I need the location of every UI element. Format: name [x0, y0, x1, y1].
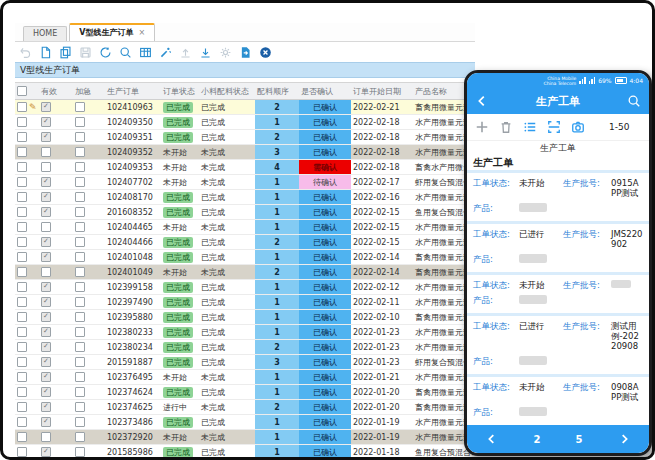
valid-checkbox[interactable]: [39, 175, 73, 189]
table-row[interactable]: 102373486已完成已完成1已确认2022-01-19水产用微量元素预混合饲…: [15, 415, 475, 430]
row-select-checkbox[interactable]: [15, 190, 39, 204]
tab-home[interactable]: HOME: [23, 26, 67, 41]
valid-checkbox[interactable]: [39, 280, 73, 294]
page-next-icon[interactable]: [617, 432, 631, 446]
work-order-item[interactable]: 工单状态:已进行生产批号:JMS220902产品:: [467, 221, 649, 272]
table-row[interactable]: 102409353未开始未完成4需确认2022-02-18畜禽水产用微量元素预混…: [15, 160, 475, 175]
row-select-checkbox[interactable]: ✎: [15, 100, 39, 114]
valid-checkbox[interactable]: [39, 430, 73, 444]
page-number[interactable]: 2: [534, 434, 541, 445]
row-select-checkbox[interactable]: [15, 145, 39, 159]
work-order-item[interactable]: 工单状态:未开始生产批号:0908APP测试产品:: [467, 374, 649, 425]
table-row[interactable]: 102401048已完成已完成1已确认2022-02-14畜禽用微量元素预混合饲…: [15, 250, 475, 265]
column-header[interactable]: 生产订单: [105, 83, 161, 99]
column-header[interactable]: 有效: [39, 83, 73, 99]
row-select-checkbox[interactable]: [15, 340, 39, 354]
column-header[interactable]: 小料配料状态: [199, 83, 255, 99]
urgent-checkbox[interactable]: [73, 415, 105, 429]
work-order-item[interactable]: 工单状态:未开始生产批号:产品:: [467, 272, 649, 313]
camera-icon[interactable]: [571, 120, 585, 134]
copy-icon[interactable]: [59, 46, 72, 59]
work-order-item[interactable]: 工单状态:已进行生产批号:测试用例-20220908产品:: [467, 313, 649, 374]
row-select-checkbox[interactable]: [15, 355, 39, 369]
refresh-icon[interactable]: [99, 46, 112, 59]
urgent-checkbox[interactable]: [73, 445, 105, 459]
urgent-checkbox[interactable]: [73, 100, 105, 114]
table-row[interactable]: 102380233已完成已完成1已确认2022-01-23水产用微量元素预混合饲…: [15, 325, 475, 340]
row-select-checkbox[interactable]: [15, 175, 39, 189]
valid-checkbox[interactable]: [39, 370, 73, 384]
table-row[interactable]: 102397490已完成已完成1已确认2022-02-11水产用微量元素预混合饲…: [15, 295, 475, 310]
trash-icon[interactable]: [499, 120, 513, 134]
row-select-checkbox[interactable]: [15, 235, 39, 249]
download-icon[interactable]: [199, 46, 212, 59]
table-row[interactable]: 102409352未开始未完成3已确认2022-02-18水产用微量元素预混合饲…: [15, 145, 475, 160]
row-select-checkbox[interactable]: [15, 325, 39, 339]
column-header[interactable]: 配料顺序: [255, 83, 299, 99]
column-header[interactable]: 是否确认: [299, 83, 351, 99]
row-select-checkbox[interactable]: [15, 310, 39, 324]
edit-icon[interactable]: ✎: [29, 103, 37, 112]
row-select-checkbox[interactable]: [15, 115, 39, 129]
valid-checkbox[interactable]: [39, 355, 73, 369]
column-header[interactable]: 订单状态: [161, 83, 199, 99]
table-row[interactable]: 102401049未开始未完成2已确认2022-02-14畜禽用微量元素预混合饲…: [15, 265, 475, 280]
valid-checkbox[interactable]: [39, 385, 73, 399]
urgent-checkbox[interactable]: [73, 160, 105, 174]
filter-wand-icon[interactable]: [159, 46, 172, 59]
new-document-icon[interactable]: [39, 46, 52, 59]
table-row[interactable]: ✎102410963已完成已完成2已确认2022-02-21畜禽用微量元素预混合…: [15, 100, 475, 115]
urgent-checkbox[interactable]: [73, 145, 105, 159]
table-row[interactable]: 102404465未开始未完成1已确认2022-02-15水产用微量元素预混合饲…: [15, 220, 475, 235]
table-row[interactable]: 102407702未开始未完成1待确认2022-02-17虾用复合预混合饲料6号…: [15, 175, 475, 190]
table-row[interactable]: 102374625进行中未完成2已确认2022-01-20畜禽用微量元素预混合饲…: [15, 400, 475, 415]
row-select-checkbox[interactable]: [15, 295, 39, 309]
row-select-checkbox[interactable]: [15, 205, 39, 219]
row-select-checkbox[interactable]: [15, 220, 39, 234]
list-icon[interactable]: [523, 120, 537, 134]
urgent-checkbox[interactable]: [73, 385, 105, 399]
urgent-checkbox[interactable]: [73, 295, 105, 309]
search-icon[interactable]: [119, 46, 132, 59]
valid-checkbox[interactable]: [39, 325, 73, 339]
table-row[interactable]: 102408170已完成已完成1已确认2022-02-16水产用微量元素预混合饲…: [15, 190, 475, 205]
table-row[interactable]: 102399158已完成已完成1已确认2022-02-12水产用微量元素预混合饲…: [15, 280, 475, 295]
valid-checkbox[interactable]: [39, 160, 73, 174]
table-row[interactable]: 102395880已完成已完成1已确认2022-02-10畜禽用微量元素预混合饲…: [15, 310, 475, 325]
row-select-checkbox[interactable]: [15, 370, 39, 384]
table-row[interactable]: 102376495未开始未完成1已确认2022-01-21水产用微量元素预混合饲…: [15, 370, 475, 385]
export-file-icon[interactable]: [239, 46, 252, 59]
urgent-checkbox[interactable]: [73, 220, 105, 234]
valid-checkbox[interactable]: [39, 250, 73, 264]
valid-checkbox[interactable]: [39, 265, 73, 279]
table-row[interactable]: 102372920未开始未完成1已确认2022-01-19水产用微量元素预混合饲…: [15, 430, 475, 445]
valid-checkbox[interactable]: [39, 340, 73, 354]
valid-checkbox[interactable]: [39, 145, 73, 159]
urgent-checkbox[interactable]: [73, 310, 105, 324]
table-row[interactable]: 102380234已完成已完成2已确认2022-01-23水产用微量元素预混合饲…: [15, 340, 475, 355]
urgent-checkbox[interactable]: [73, 130, 105, 144]
table-row[interactable]: 201608352已完成已完成1已确认2022-02-15鱼用复合预混合饲■ ■: [15, 205, 475, 220]
row-select-checkbox[interactable]: [15, 130, 39, 144]
work-order-item[interactable]: 工单状态:未开始生产批号:0915APP测试产品:: [467, 170, 649, 221]
row-select-checkbox[interactable]: [15, 415, 39, 429]
urgent-checkbox[interactable]: [73, 280, 105, 294]
urgent-checkbox[interactable]: [73, 430, 105, 444]
row-select-checkbox[interactable]: [15, 445, 39, 459]
urgent-checkbox[interactable]: [73, 340, 105, 354]
urgent-checkbox[interactable]: [73, 370, 105, 384]
back-chevron-icon[interactable]: [475, 94, 489, 108]
valid-checkbox[interactable]: [39, 100, 73, 114]
table-row[interactable]: 102409350已完成已完成1已确认2022-02-18水产用微量元素预混合饲…: [15, 115, 475, 130]
valid-checkbox[interactable]: [39, 205, 73, 219]
row-select-checkbox[interactable]: [15, 430, 39, 444]
row-select-checkbox[interactable]: [15, 250, 39, 264]
valid-checkbox[interactable]: [39, 445, 73, 459]
column-header[interactable]: 订单开始日期: [351, 83, 413, 99]
urgent-checkbox[interactable]: [73, 325, 105, 339]
urgent-checkbox[interactable]: [73, 355, 105, 369]
valid-checkbox[interactable]: [39, 220, 73, 234]
urgent-checkbox[interactable]: [73, 400, 105, 414]
valid-checkbox[interactable]: [39, 115, 73, 129]
urgent-checkbox[interactable]: [73, 250, 105, 264]
